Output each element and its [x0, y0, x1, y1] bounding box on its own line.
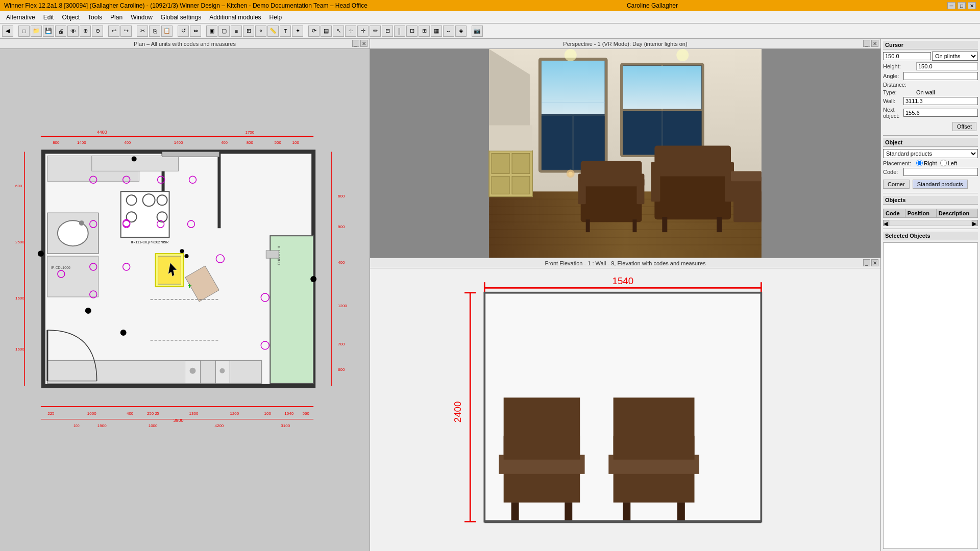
svg-point-57: [132, 156, 137, 161]
undo-btn[interactable]: ↩: [108, 26, 119, 37]
menu-additional-modules[interactable]: Additional modules: [205, 13, 265, 22]
dim-btn[interactable]: ↔: [443, 26, 454, 37]
menu-plan[interactable]: Plan: [106, 13, 127, 22]
grid-btn[interactable]: ⊞: [243, 26, 254, 37]
toolbar: ◀ □ 📁 💾 🖨 👁 ⊕ ⊖ ↩ ↪ ✂ ⎘ 📋 ↺ ⇔ ▣ ▢ ≡ ⊞ ⌖ …: [0, 23, 980, 39]
placement-right-radio[interactable]: [916, 160, 923, 166]
redo-btn[interactable]: ↪: [120, 26, 132, 37]
zoom-in-btn[interactable]: ⊕: [80, 26, 91, 37]
std-products-btn[interactable]: Standard products: [913, 180, 968, 189]
select-btn[interactable]: ⊹: [345, 26, 356, 37]
menu-window[interactable]: Window: [127, 13, 157, 22]
object-type-dropdown[interactable]: Standard products: [883, 149, 978, 158]
svg-rect-129: [512, 154, 530, 174]
flip-btn[interactable]: ⇔: [190, 26, 201, 37]
view-btn[interactable]: ▤: [321, 26, 332, 37]
svg-text:400: 400: [124, 140, 131, 145]
svg-text:700: 700: [338, 342, 345, 346]
extra-btn[interactable]: ◈: [455, 26, 467, 37]
3d-minimize-btn[interactable]: _: [863, 40, 870, 47]
placement-left-radio[interactable]: [940, 160, 947, 166]
3d-close-btn[interactable]: ✕: [871, 40, 878, 47]
floor-plan-minimize[interactable]: _: [352, 40, 359, 47]
placement-left-label[interactable]: Left: [940, 160, 957, 166]
3d-canvas[interactable]: [370, 49, 880, 258]
menu-object[interactable]: Object: [58, 13, 84, 22]
stair-btn[interactable]: ▦: [431, 26, 442, 37]
refresh-btn[interactable]: ⟳: [308, 26, 320, 37]
code-input[interactable]: [903, 168, 978, 176]
symbol-btn[interactable]: ✦: [292, 26, 303, 37]
cursor-height-input[interactable]: [883, 52, 931, 60]
measure-btn[interactable]: 📏: [267, 26, 279, 37]
menu-alternative[interactable]: Alternative: [2, 13, 39, 22]
svg-rect-132: [489, 126, 532, 151]
cursor-wall-input[interactable]: [903, 97, 978, 105]
text-btn[interactable]: T: [280, 26, 291, 37]
svg-text:1540: 1540: [612, 276, 634, 286]
offset-btn[interactable]: Offset: [952, 122, 976, 131]
elevation-canvas[interactable]: 1540 2400: [370, 268, 880, 551]
cursor-wall-row: Wall:: [883, 97, 978, 105]
svg-rect-54: [162, 152, 219, 157]
ungroup-btn[interactable]: ▢: [218, 26, 230, 37]
save-btn[interactable]: 💾: [43, 26, 54, 37]
svg-point-61: [185, 254, 189, 258]
camera-btn[interactable]: 📷: [472, 26, 483, 37]
group-btn[interactable]: ▣: [206, 26, 217, 37]
snap-btn[interactable]: ⌖: [255, 26, 266, 37]
cursor-nextobj-input[interactable]: [903, 109, 978, 117]
menu-edit[interactable]: Edit: [39, 13, 58, 22]
print-btn[interactable]: 🖨: [55, 26, 66, 37]
menu-global-settings[interactable]: Global settings: [157, 13, 205, 22]
floor-plan-canvas[interactable]: 4400 800 1400 400 1400 400 1700 800 500 …: [0, 49, 370, 551]
window-controls: ─ □ ✕: [947, 2, 976, 9]
align-btn[interactable]: ≡: [231, 26, 242, 37]
svg-point-26: [79, 220, 84, 226]
placement-radio-group: Right Left: [916, 160, 957, 166]
svg-text:560: 560: [303, 411, 310, 416]
svg-text:1400: 1400: [174, 140, 183, 145]
cursor-placement-dropdown[interactable]: On plinths: [932, 52, 978, 61]
floor-plan-header: Plan – All units with codes and measures…: [0, 39, 370, 49]
door-btn[interactable]: ⊡: [406, 26, 418, 37]
preview-btn[interactable]: 👁: [67, 26, 79, 37]
table-btn[interactable]: ⊟: [382, 26, 393, 37]
object-btn-row: Corner Standard products: [883, 180, 978, 189]
back-btn[interactable]: ◀: [2, 26, 13, 37]
elev-close-btn[interactable]: ✕: [871, 259, 878, 266]
cursor-distance-row: Distance:: [883, 82, 978, 88]
scroll-right-btn[interactable]: ▶: [972, 220, 978, 226]
cursor-angle-input[interactable]: [903, 72, 978, 80]
rotate-btn[interactable]: ↺: [178, 26, 189, 37]
svg-text:600: 600: [338, 194, 345, 198]
placement-right-label[interactable]: Right: [916, 160, 937, 166]
scroll-left-btn[interactable]: ◀: [883, 220, 889, 226]
new-btn[interactable]: □: [18, 26, 30, 37]
svg-text:25: 25: [155, 412, 159, 415]
svg-rect-139: [632, 219, 636, 232]
svg-text:1900: 1900: [97, 423, 107, 428]
window-item-btn[interactable]: ⊞: [419, 26, 430, 37]
close-btn[interactable]: ✕: [968, 2, 976, 9]
scroll-track[interactable]: [889, 220, 972, 226]
elev-minimize-btn[interactable]: _: [863, 259, 870, 266]
svg-point-99: [219, 368, 225, 373]
copy-btn[interactable]: ⎘: [149, 26, 160, 37]
floor-plan-close[interactable]: ✕: [360, 40, 368, 47]
svg-rect-144: [654, 146, 731, 174]
wall-btn[interactable]: ║: [394, 26, 405, 37]
maximize-btn[interactable]: □: [958, 2, 966, 9]
cut-btn[interactable]: ✂: [137, 26, 148, 37]
cursor-btn[interactable]: ↖: [333, 26, 344, 37]
menu-help[interactable]: Help: [265, 13, 286, 22]
paste-btn[interactable]: 📋: [161, 26, 173, 37]
svg-point-152: [676, 49, 689, 61]
menu-tools[interactable]: Tools: [84, 13, 106, 22]
move-btn[interactable]: ✛: [357, 26, 369, 37]
zoom-out-btn[interactable]: ⊖: [92, 26, 103, 37]
open-btn[interactable]: 📁: [31, 26, 42, 37]
minimize-btn[interactable]: ─: [947, 2, 955, 9]
edit2-btn[interactable]: ✏: [370, 26, 381, 37]
corner-btn[interactable]: Corner: [883, 180, 910, 189]
